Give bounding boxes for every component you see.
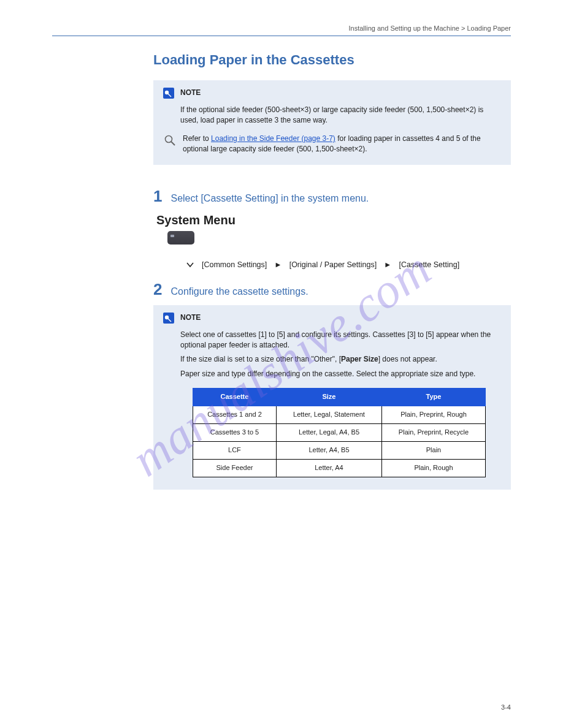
note-icon — [163, 88, 174, 99]
note-text-1: If the optional side feeder (500-sheet×3… — [180, 105, 501, 126]
note-box-1: NOTE If the optional side feeder (500-sh… — [153, 80, 511, 165]
menu-path-arrow-0: ► — [274, 260, 282, 269]
note2-line3: Paper size and type differ depending on … — [180, 369, 501, 379]
step-2-text: Configure the cassette settings. — [170, 286, 308, 297]
menu-path-item-1: [Original / Paper Settings] — [289, 260, 377, 269]
note2-line2: If the size dial is set to a size other … — [180, 354, 501, 365]
table-header-cassette: Cassette — [193, 389, 277, 406]
reference-link[interactable]: Loading in the Side Feeder (page 3-7) — [211, 134, 335, 143]
table-row: Side Feeder Letter, A4 Plain, Rough — [193, 459, 486, 477]
system-menu-block: System Menu [Common Settings] ► [Origina… — [156, 213, 511, 269]
note-box-2: NOTE Select one of cassettes [1] to [5] … — [153, 305, 511, 490]
step-1-text: Select [Cassette Setting] in the system … — [170, 193, 369, 204]
running-header: Installing and Setting up the Machine > … — [52, 25, 511, 32]
header-rule — [52, 36, 511, 36]
menu-path-item-0: [Common Settings] — [202, 260, 267, 269]
table-header-type: Type — [382, 389, 486, 406]
system-menu-key-button[interactable] — [167, 231, 194, 245]
reference-icon — [163, 134, 177, 147]
table-row: Cassettes 1 and 2 Letter, Legal, Stateme… — [193, 406, 486, 424]
table-row: LCF Letter, A4, B5 Plain — [193, 441, 486, 459]
note2-line1: Select one of cassettes [1] to [5] and c… — [180, 330, 501, 351]
reference-text: Refer to Loading in the Side Feeder (pag… — [183, 134, 501, 155]
table-row: Cassettes 3 to 5 Letter, Legal, A4, B5 P… — [193, 424, 486, 442]
note-label: NOTE — [180, 88, 201, 98]
page-number: 3-4 — [501, 703, 511, 711]
menu-path-arrow-1: ► — [384, 260, 391, 269]
menu-path-item-2: [Cassette Setting] — [399, 260, 459, 269]
section-title: Loading Paper in the Cassettes — [153, 52, 511, 68]
step-1-number: 1 — [153, 187, 162, 206]
note-icon — [163, 313, 174, 324]
step-2-heading: 2 Configure the cassette settings. — [153, 280, 511, 299]
step-2-number: 2 — [153, 280, 162, 299]
system-menu-label: System Menu — [156, 213, 511, 227]
table-header-size: Size — [276, 389, 381, 406]
step-1-heading: 1 Select [Cassette Setting] in the syste… — [153, 187, 511, 206]
svg-point-2 — [166, 135, 172, 142]
chevron-down-icon — [186, 260, 194, 269]
note-label-2: NOTE — [180, 313, 201, 323]
paper-size-table: Cassette Size Type Cassettes 1 and 2 Let… — [193, 388, 486, 477]
